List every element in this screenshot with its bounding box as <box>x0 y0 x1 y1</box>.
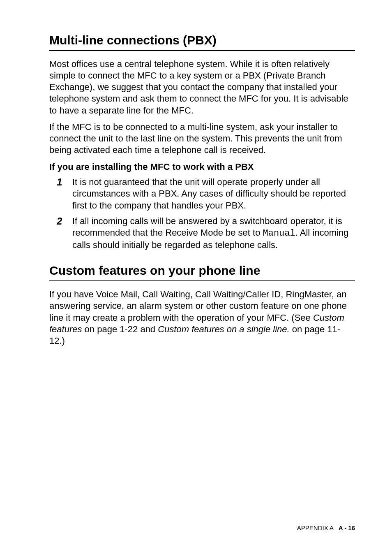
para-custom-features: If you have Voice Mail, Call Waiting, Ca… <box>49 289 355 347</box>
custom-ital-2: Custom features on a single line. <box>158 324 289 334</box>
subheading-install-pbx: If you are installing the MFC to work wi… <box>49 162 355 172</box>
list-marker-2: 2 <box>57 215 72 251</box>
pbx-instructions-list: 1 It is not guaranteed that the unit wil… <box>49 176 355 251</box>
section-heading-custom: Custom features on your phone line <box>49 263 355 278</box>
para-pbx-intro: Most offices use a central telephone sys… <box>49 58 355 116</box>
list-text-2-mono: Manual <box>263 228 295 239</box>
list-text-1: It is not guaranteed that the unit will … <box>72 176 355 211</box>
section-heading-pbx: Multi-line connections (PBX) <box>49 33 355 48</box>
custom-text-a: If you have Voice Mail, Call Waiting, Ca… <box>49 289 347 322</box>
section-rule-2 <box>49 280 355 281</box>
list-item-2: 2 If all incoming calls will be answered… <box>57 215 355 251</box>
custom-text-b: on page 1-22 and <box>82 324 158 334</box>
list-marker-1: 1 <box>57 176 72 211</box>
section-pbx: Multi-line connections (PBX) Most office… <box>49 33 355 251</box>
list-text-2: If all incoming calls will be answered b… <box>72 215 355 251</box>
para-pbx-multiline: If the MFC is to be connected to a multi… <box>49 121 355 156</box>
section-custom-features: Custom features on your phone line If yo… <box>49 263 355 347</box>
footer-appendix: APPENDIX A <box>297 524 333 531</box>
list-item-1: 1 It is not guaranteed that the unit wil… <box>57 176 355 211</box>
footer-page-number: A - 16 <box>339 524 355 531</box>
section-rule <box>49 50 355 51</box>
page-footer: APPENDIX A A - 16 <box>297 524 355 531</box>
